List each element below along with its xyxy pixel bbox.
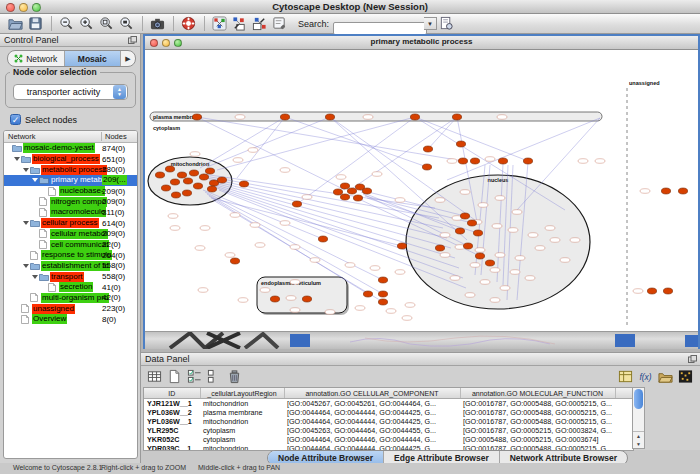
tree-row[interactable]: transport558(0) (4, 271, 137, 282)
network-node-label[interactable] (230, 213, 240, 218)
region-cytoplasm[interactable]: cytoplasm (153, 125, 180, 131)
table-scrollbar[interactable]: ▲▼ (632, 387, 645, 449)
network-node-label[interactable] (280, 168, 290, 173)
network-node[interactable] (318, 236, 327, 242)
tree-row[interactable]: macromolecule311(0) (4, 207, 137, 218)
table-column-header[interactable] (615, 388, 633, 399)
network-node-label[interactable] (280, 221, 290, 226)
network-node[interactable] (270, 296, 279, 302)
network-node[interactable] (340, 183, 349, 189)
network-node[interactable] (165, 166, 174, 172)
network-node-label[interactable] (485, 157, 495, 162)
tree-row[interactable]: cellular metabol209(0) (4, 229, 137, 240)
tree-row[interactable]: cell communicat22(0) (4, 239, 137, 250)
annotation-icon[interactable] (270, 15, 288, 32)
network-node[interactable] (193, 183, 202, 189)
zoom-in-icon[interactable] (77, 15, 95, 32)
zoom-selected-icon[interactable] (97, 15, 115, 32)
tab-overflow-arrow-icon[interactable]: ▶ (121, 51, 135, 66)
network-node-label[interactable] (490, 298, 500, 303)
network-node-label[interactable] (302, 195, 312, 200)
matrix-icon[interactable] (676, 368, 694, 385)
network-node[interactable] (378, 291, 387, 297)
network-node-label[interactable] (490, 268, 500, 273)
region-endoplasmic-reticulum[interactable]: endoplasmic reticulum (257, 277, 349, 315)
table-column-header[interactable]: _cellularLayoutRegion (200, 388, 284, 399)
tree-row[interactable]: response to stimulu264(0) (4, 250, 137, 261)
network-node[interactable] (362, 188, 371, 194)
network-node-label[interactable] (508, 228, 518, 233)
network-node-label[interactable] (478, 203, 488, 208)
network-node-label[interactable] (198, 288, 208, 293)
network-node-label[interactable] (440, 233, 450, 238)
region-nucleus[interactable]: nucleus (406, 175, 590, 309)
disclosure-triangle-icon[interactable] (31, 275, 39, 279)
tree-row[interactable]: mosaic-demo-yeast874(0) (4, 143, 137, 154)
network-node-label[interactable] (386, 309, 396, 314)
network-node[interactable] (647, 288, 656, 294)
network-node-label[interactable] (465, 293, 475, 298)
network-node[interactable] (207, 186, 216, 192)
network-node-label[interactable] (525, 276, 535, 281)
network-node-label[interactable] (640, 189, 650, 194)
network-node-label[interactable] (535, 246, 545, 251)
network-export-icon[interactable] (250, 15, 268, 32)
network-node-label[interactable] (260, 288, 270, 293)
tree-row[interactable]: secretion41(0) (4, 282, 137, 293)
table-column-header[interactable]: annotation.GO MOLECULAR_FUNCTION (460, 388, 615, 399)
snapshot-icon[interactable] (148, 15, 166, 32)
network-node-label[interactable] (480, 280, 490, 285)
network-node-label[interactable] (290, 245, 300, 250)
network-node-label[interactable] (495, 196, 505, 201)
network-node-label[interactable] (510, 270, 520, 275)
new-attribute-icon[interactable] (165, 368, 183, 385)
network-node-label[interactable] (512, 210, 522, 215)
tree-row[interactable]: metabolic process280(0) (4, 164, 137, 175)
float-panel-icon[interactable] (128, 36, 137, 44)
network-node-label[interactable] (528, 233, 538, 238)
network-node-label[interactable] (290, 308, 300, 313)
network-node-label[interactable] (195, 246, 205, 251)
network-node[interactable] (423, 146, 432, 152)
network-node[interactable] (378, 299, 387, 305)
network-node[interactable] (347, 188, 356, 194)
network-node[interactable] (302, 296, 311, 302)
network-grid-icon[interactable] (210, 15, 228, 32)
network-node[interactable] (199, 174, 208, 180)
network-node-label[interactable] (475, 248, 485, 253)
table-row[interactable]: YLR295Ccytoplasm[GO:0045263, GO:0044464,… (144, 426, 633, 435)
disclosure-triangle-icon[interactable] (31, 178, 39, 182)
tab-network[interactable]: Network (8, 51, 65, 66)
network-node[interactable] (661, 188, 670, 194)
network-node-label[interactable] (170, 226, 180, 231)
network-node-label[interactable] (286, 296, 296, 301)
network-node-label[interactable] (447, 159, 457, 164)
network-node-label[interactable] (235, 115, 245, 120)
network-node-label[interactable] (545, 226, 555, 231)
search-options-icon[interactable] (437, 15, 455, 32)
table-row[interactable]: YPL036W__2plasma membrane[GO:0044464, GO… (144, 408, 633, 417)
network-node[interactable] (475, 253, 484, 259)
network-node[interactable] (192, 114, 201, 120)
tree-row[interactable]: multi-organism pro42(0) (4, 293, 137, 304)
network-node-label[interactable] (363, 115, 373, 120)
node-color-dropdown[interactable]: transporter activity ▲▼ (13, 84, 128, 100)
network-node[interactable] (470, 158, 479, 164)
network-node[interactable] (422, 164, 431, 170)
network-node[interactable] (463, 243, 472, 249)
network-node-label[interactable] (560, 258, 570, 263)
network-node-label[interactable] (495, 253, 505, 258)
disclosure-triangle-icon[interactable] (22, 221, 30, 225)
select-attributes-icon[interactable] (185, 368, 203, 385)
network-node-label[interactable] (405, 303, 415, 308)
delete-attribute-icon[interactable] (225, 368, 243, 385)
disclosure-triangle-icon[interactable] (22, 168, 30, 172)
network-node-label[interactable] (460, 190, 470, 195)
network-node-label[interactable] (500, 286, 510, 291)
select-nodes-checkbox[interactable]: ✓ (10, 114, 21, 125)
save-session-icon[interactable] (26, 15, 44, 32)
table-row[interactable]: YPL036W__1mitochondrion[GO:0044464, GO:0… (144, 417, 633, 426)
network-node-label[interactable] (325, 310, 335, 315)
float-panel-icon[interactable] (688, 355, 697, 363)
network-node[interactable] (182, 190, 191, 196)
